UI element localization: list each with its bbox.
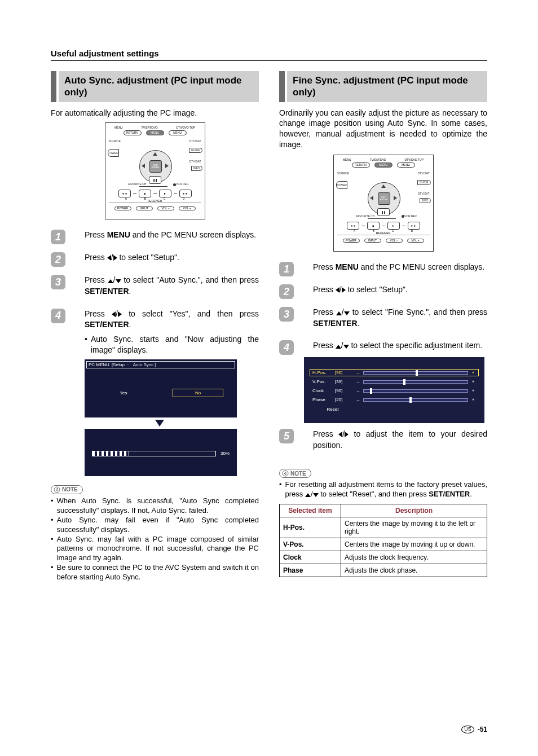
auto-sync-intro: For automatically adjusting the PC image… bbox=[51, 108, 259, 118]
table-header-desc: Description bbox=[341, 504, 487, 517]
auto-step-3: 3 Press / to select "Auto Sync.", and th… bbox=[51, 275, 259, 300]
fine-sync-note: • For resetting all adjustment items to … bbox=[279, 480, 487, 499]
step-badge: 4 bbox=[279, 340, 294, 355]
fine-sync-osd: H-Pos.[90]–+V-Pos.[39]–+Clock[90]–+Phase… bbox=[304, 357, 484, 423]
fine-step-4: 4 Press / to select the specific adjustm… bbox=[279, 340, 487, 355]
remote-volplus: VOL + bbox=[179, 206, 196, 210]
left-arrow-icon bbox=[336, 287, 339, 293]
right-arrow-icon bbox=[113, 255, 117, 261]
step-badge: 3 bbox=[279, 307, 294, 322]
up-arrow-icon bbox=[108, 279, 113, 283]
fine-sync-row: Clock[90]–+ bbox=[310, 387, 479, 394]
up-arrow-icon bbox=[336, 311, 342, 315]
remote-menu-highlight: MENU bbox=[146, 130, 164, 135]
heading-rule bbox=[51, 60, 487, 61]
auto-step-1: 1 Press MENU and the PC MENU screen disp… bbox=[51, 230, 259, 244]
fine-sync-row: H-Pos.[90]–+ bbox=[310, 369, 479, 376]
right-arrow-icon bbox=[342, 287, 346, 293]
remote-source-label: SOURCE bbox=[109, 140, 121, 143]
remote-favch: FAVORITE CH bbox=[128, 183, 147, 186]
page-number: US -51 bbox=[461, 726, 487, 733]
step-badge: 4 bbox=[51, 309, 65, 323]
table-row: PhaseAdjusts the clock phase. bbox=[280, 564, 487, 577]
up-arrow-icon bbox=[305, 493, 311, 497]
left-arrow-icon bbox=[112, 311, 116, 317]
step-badge: 1 bbox=[51, 230, 65, 244]
svg-point-1 bbox=[283, 471, 288, 476]
fine-step-3: 3 Press / to select "Fine Sync.", and th… bbox=[279, 307, 487, 332]
down-arrow-icon bbox=[343, 345, 349, 349]
remote-diagram: MENU TV/SAT/DVD DTV/DVD TOP RETURN MENU … bbox=[333, 155, 434, 252]
remote-diagram: MENU TV/SAT/DVD DTV/DVD TOP RETURN MENU … bbox=[105, 122, 205, 219]
up-arrow-icon bbox=[336, 345, 341, 349]
section-title-auto-sync: Auto Sync. adjustment (PC input mode onl… bbox=[51, 71, 259, 102]
step-badge: 5 bbox=[279, 429, 294, 443]
remote-enter: ENTER bbox=[152, 166, 160, 169]
remote-power: POWER bbox=[108, 149, 119, 157]
remote-head-dtv: DTV/DVD TOP bbox=[177, 126, 195, 129]
remote-pause: ❚❚ bbox=[149, 176, 161, 184]
fine-sync-reset: Reset bbox=[310, 406, 356, 413]
note-label: NOTE bbox=[279, 469, 311, 478]
auto-step-2: 2 Press / to select "Setup". bbox=[51, 252, 259, 267]
fine-sync-table: Selected item Description H-Pos.Centers … bbox=[279, 504, 487, 577]
auto-step-4: 4 Press / to select "Yes", and then pres… bbox=[51, 309, 259, 356]
section-title-fine-sync: Fine Sync. adjustment (PC input mode onl… bbox=[279, 71, 487, 102]
table-row: H-Pos.Centers the image by moving it to … bbox=[280, 517, 487, 538]
fine-step-5: 5 Press / to adjust the item to your des… bbox=[279, 429, 487, 454]
fine-sync-intro: Ordinarily you can easily adjust the pic… bbox=[279, 108, 487, 151]
step-badge: 2 bbox=[51, 252, 65, 267]
down-arrow-icon bbox=[116, 279, 121, 283]
remote-input: INPUT bbox=[136, 206, 153, 210]
progress-bar bbox=[92, 451, 216, 456]
down-arrow-icon bbox=[313, 493, 319, 497]
page-heading: Useful adjustment settings bbox=[51, 49, 487, 58]
remote-volminus: VOL – bbox=[157, 206, 174, 210]
remote-dtvsat2: DTV/SAT bbox=[189, 160, 201, 163]
fine-sync-row: V-Pos.[39]–+ bbox=[310, 378, 479, 385]
osd-choice-no: No bbox=[173, 389, 223, 397]
left-arrow-icon bbox=[107, 255, 111, 261]
remote-stop: ■ bbox=[139, 190, 151, 197]
osd-choice-yes: Yes bbox=[98, 389, 149, 397]
section-title-text: Fine Sync. adjustment (PC input mode onl… bbox=[287, 71, 487, 102]
remote-ff: ►► bbox=[179, 190, 192, 197]
step-badge: 3 bbox=[51, 275, 65, 289]
fine-step-1: 1 Press MENU and the PC MENU screen disp… bbox=[279, 262, 487, 276]
table-row: ClockAdjusts the clock frequency. bbox=[280, 551, 487, 564]
remote-dtvsat: DTV/SAT bbox=[189, 140, 201, 143]
note-label: NOTE bbox=[51, 485, 83, 494]
remote-vcrrec: VCR REC bbox=[173, 183, 189, 186]
fine-step-2: 2 Press / to select "Setup". bbox=[279, 284, 487, 299]
step-badge: 1 bbox=[279, 262, 294, 276]
section-title-text: Auto Sync. adjustment (PC input mode onl… bbox=[59, 71, 259, 102]
note-icon bbox=[54, 486, 60, 493]
remote-power2: POWER bbox=[114, 206, 131, 210]
remote-info: INFO bbox=[191, 166, 202, 171]
progress-percent: 30% bbox=[221, 451, 230, 456]
remote-head-tvsat: TV/SAT/DVD bbox=[142, 126, 158, 129]
osd-down-arrow-icon bbox=[155, 420, 164, 427]
right-arrow-icon bbox=[118, 311, 122, 317]
down-arrow-icon bbox=[344, 311, 350, 315]
remote-guide: GUIDE bbox=[189, 148, 202, 153]
remote-play: ► bbox=[159, 190, 171, 197]
table-header-item: Selected item bbox=[280, 504, 341, 517]
auto-sync-osd: PC MENU [Setup ··· Auto Sync.] Yes No bbox=[51, 359, 259, 476]
fine-sync-row: Phase[20]–+ bbox=[310, 396, 479, 403]
step-badge: 2 bbox=[279, 284, 294, 299]
table-row: V-Pos.Centers the image by moving it up … bbox=[280, 538, 487, 551]
remote-receiver-label: RECEIVER bbox=[105, 200, 205, 203]
remote-menu2: MENU bbox=[169, 130, 187, 135]
left-arrow-icon bbox=[338, 432, 342, 437]
svg-point-0 bbox=[54, 487, 60, 493]
remote-rew: ◄◄ bbox=[118, 190, 131, 197]
auto-sync-notes: •When Auto Sync. is successful, "Auto Sy… bbox=[51, 496, 259, 582]
remote-return: RETURN bbox=[124, 130, 142, 135]
remote-head-menu: MENU bbox=[114, 126, 123, 129]
note-icon bbox=[282, 470, 289, 477]
